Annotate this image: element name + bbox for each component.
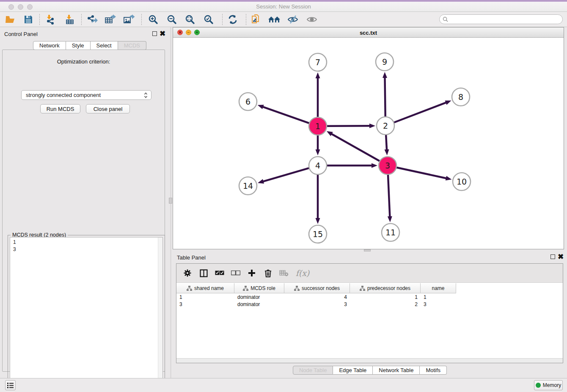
select-all-button[interactable]	[213, 266, 226, 280]
edge-2-9[interactable]	[385, 75, 385, 117]
table-row-0[interactable]: 1dominator411	[176, 294, 456, 301]
table-cell[interactable]: 3	[284, 301, 350, 308]
fx-icon: f(x)	[296, 268, 310, 278]
table-toolbar: f(x)	[176, 264, 563, 283]
hide-selected-button[interactable]	[285, 13, 301, 26]
splitter-handle[interactable]	[169, 198, 172, 204]
window-accent-strip	[0, 0, 567, 2]
show-all-button[interactable]	[304, 13, 320, 26]
network-graph-canvas[interactable]: 7968124314101511	[173, 38, 564, 249]
close-panel-button[interactable]: Close panel	[86, 104, 130, 113]
table-tab-network-table[interactable]: Network Table	[373, 366, 420, 375]
save-session-button[interactable]	[20, 13, 36, 26]
table-cell[interactable]: 1	[176, 294, 234, 301]
mcds-result-text[interactable]: 1 3	[10, 237, 163, 390]
table-float-icon[interactable]	[550, 254, 555, 259]
table-cell[interactable]: 1	[421, 294, 456, 301]
gear-icon	[183, 269, 192, 277]
tab-select[interactable]: Select	[91, 41, 118, 50]
import-network-button[interactable]	[42, 13, 58, 26]
edge-3-1[interactable]	[330, 133, 380, 161]
first-neighbors-button[interactable]	[266, 13, 282, 26]
table-horizontal-scrollbar[interactable]	[176, 358, 563, 363]
tab-mcds[interactable]: MCDS	[118, 41, 146, 50]
table-cell[interactable]: 4	[284, 294, 350, 301]
toolbar-separator	[141, 14, 142, 25]
edge-1-6[interactable]	[261, 106, 309, 123]
table-cell[interactable]: 2	[350, 301, 421, 308]
split-panel-button[interactable]	[197, 266, 210, 280]
search-input[interactable]	[448, 17, 562, 22]
zoom-selected-button[interactable]	[201, 13, 217, 26]
zoom-fit-button[interactable]	[182, 13, 198, 26]
column-header-3[interactable]: predecessor nodes	[350, 283, 421, 293]
edge-2-3[interactable]	[386, 135, 387, 152]
criterion-dropdown[interactable]: strongly connected component	[21, 90, 151, 100]
column-header-label: successor nodes	[302, 285, 340, 291]
column-header-0[interactable]: shared name	[176, 283, 234, 293]
clone-network-button[interactable]	[248, 13, 264, 26]
deselect-all-button[interactable]	[229, 266, 242, 280]
export-network-button[interactable]	[84, 13, 100, 26]
table-cell[interactable]: 3	[421, 301, 456, 308]
edge-2-8[interactable]	[394, 102, 448, 122]
close-panel-icon[interactable]: ✖	[160, 31, 165, 36]
table-tab-node-table[interactable]: Node Table	[293, 366, 333, 375]
task-history-button[interactable]	[5, 380, 16, 390]
function-builder-button[interactable]: f(x)	[293, 266, 312, 280]
toolbar-separator	[222, 14, 223, 25]
graph-node-label-3: 3	[385, 161, 390, 170]
zoom-in-icon	[148, 14, 158, 25]
column-type-tree-icon	[360, 286, 365, 291]
open-session-button[interactable]	[3, 13, 19, 26]
export-image-button[interactable]	[121, 13, 137, 26]
horizontal-splitter-handle[interactable]	[364, 249, 371, 251]
edge-3-10[interactable]	[396, 167, 449, 179]
zoom-out-icon	[167, 14, 177, 25]
float-panel-icon[interactable]	[152, 31, 157, 36]
run-mcds-button[interactable]: Run MCDS	[40, 104, 80, 113]
tab-style[interactable]: Style	[66, 41, 91, 50]
tab-network[interactable]: Network	[33, 41, 66, 50]
edge-arrow-1-4	[316, 149, 320, 155]
graph-node-label-14: 14	[243, 181, 253, 190]
table-row-1[interactable]: 3dominator323	[176, 301, 456, 308]
table-cell[interactable]: 3	[176, 301, 234, 308]
column-header-1[interactable]: MCDS role	[234, 283, 284, 293]
column-header-label: predecessor nodes	[367, 285, 410, 291]
delete-row-button[interactable]	[261, 266, 275, 280]
network-window-title: scc.txt	[173, 30, 564, 36]
panel-splitter[interactable]	[170, 27, 171, 378]
mcds-result-scrollbar[interactable]	[158, 237, 162, 390]
zoom-in-button[interactable]	[145, 13, 161, 26]
table-cell[interactable]: dominator	[234, 301, 284, 308]
delete-table-button[interactable]	[277, 266, 291, 280]
add-row-button[interactable]	[245, 266, 259, 280]
zoom-out-button[interactable]	[164, 13, 180, 26]
edge-1-2[interactable]	[327, 126, 372, 126]
control-panel: Control Panel ✖ Network Style Select MCD…	[0, 27, 169, 378]
graph-node-label-11: 11	[385, 228, 396, 237]
export-table-icon	[105, 14, 116, 25]
edge-arrow-4-14	[258, 179, 264, 184]
memory-label: Memory	[543, 382, 561, 388]
table-cell[interactable]: 1	[350, 294, 421, 301]
table-tab-motifs[interactable]: Motifs	[420, 366, 447, 375]
column-header-2[interactable]: successor nodes	[284, 283, 350, 293]
export-table-button[interactable]	[102, 13, 118, 26]
search-field[interactable]	[439, 14, 563, 24]
main-toolbar	[0, 12, 567, 27]
memory-button[interactable]: Memory	[534, 380, 563, 390]
edge-3-11[interactable]	[388, 174, 390, 219]
table-close-icon[interactable]: ✖	[558, 254, 564, 259]
refresh-view-button[interactable]	[225, 13, 241, 26]
network-window-titlebar[interactable]: ✕ − + scc.txt	[173, 28, 564, 38]
edge-arrow-4-15	[316, 218, 320, 224]
table-cell[interactable]: dominator	[234, 294, 284, 301]
column-header-4[interactable]: name	[421, 283, 456, 293]
edge-4-14[interactable]	[261, 168, 309, 182]
table-tab-edge-table[interactable]: Edge Table	[333, 366, 373, 375]
table-options-gear-button[interactable]	[181, 266, 194, 280]
column-type-tree-icon	[243, 286, 248, 291]
import-table-button[interactable]	[62, 13, 78, 26]
